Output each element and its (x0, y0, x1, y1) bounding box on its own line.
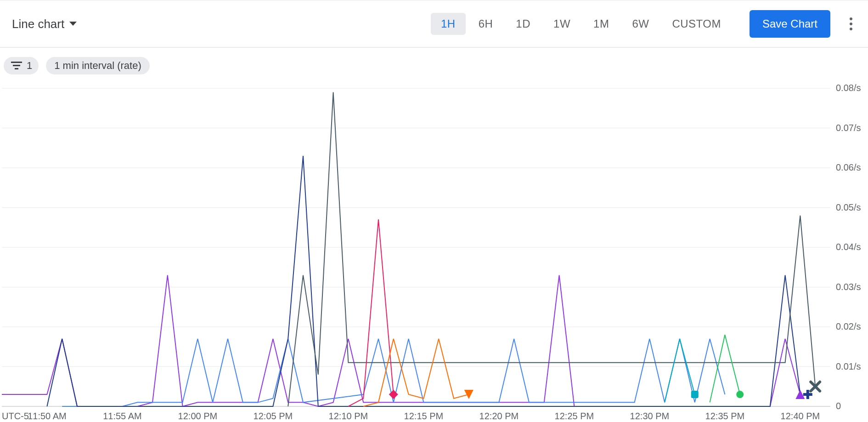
series-line-series-4[interactable] (288, 92, 815, 406)
save-chart-button[interactable]: Save Chart (750, 10, 830, 38)
x-tick-label: 11:50 AM (28, 411, 67, 421)
filter-chip[interactable]: 1 (4, 57, 39, 74)
x-tick-label: 12:35 PM (705, 411, 745, 421)
chevron-down-icon (69, 21, 77, 27)
y-tick-label: 0 (836, 401, 841, 411)
time-range-custom[interactable]: CUSTOM (662, 13, 731, 35)
interval-label: 1 min interval (rate) (54, 60, 141, 72)
line-chart[interactable]: 00.01/s0.02/s0.03/s0.04/s0.05/s0.06/s0.0… (0, 84, 868, 422)
x-tick-label: 12:10 PM (329, 411, 368, 421)
chart-toolbar: Line chart 1H6H1D1W1M6WCUSTOM Save Chart (0, 1, 868, 48)
y-tick-label: 0.06/s (836, 162, 861, 172)
y-tick-label: 0.02/s (836, 321, 861, 331)
more-options-button[interactable] (846, 14, 856, 34)
y-tick-label: 0.03/s (836, 282, 861, 292)
svg-rect-1 (13, 65, 20, 66)
y-tick-label: 0.08/s (836, 84, 861, 93)
x-tick-label: 12:25 PM (555, 411, 594, 421)
time-range-1d[interactable]: 1D (506, 13, 541, 35)
chart-area[interactable]: 00.01/s0.02/s0.03/s0.04/s0.05/s0.06/s0.0… (0, 84, 868, 422)
svg-rect-16 (806, 390, 809, 399)
x-tick-label: 12:30 PM (630, 411, 670, 421)
filter-count: 1 (27, 60, 32, 72)
x-tick-label: 12:20 PM (479, 411, 519, 421)
time-range-6h[interactable]: 6H (468, 13, 503, 35)
time-range-group: 1H6H1D1W1M6WCUSTOM (431, 13, 731, 35)
svg-rect-13 (691, 391, 699, 398)
svg-rect-2 (15, 68, 18, 69)
filter-icon (10, 61, 23, 71)
time-range-1m[interactable]: 1M (583, 13, 619, 35)
chart-type-selector[interactable]: Line chart (12, 17, 77, 31)
timezone-label: UTC-5 (2, 411, 29, 421)
x-tick-label: 12:40 PM (781, 411, 820, 421)
series-line-series-7[interactable] (665, 339, 695, 402)
interval-chip[interactable]: 1 min interval (rate) (46, 57, 150, 74)
y-tick-label: 0.01/s (836, 361, 861, 371)
svg-point-14 (736, 391, 744, 398)
time-range-6w[interactable]: 6W (622, 13, 659, 35)
x-tick-label: 12:15 PM (404, 411, 444, 421)
y-tick-label: 0.07/s (836, 123, 861, 133)
x-tick-label: 12:00 PM (178, 411, 218, 421)
svg-rect-0 (11, 62, 22, 63)
y-tick-label: 0.04/s (836, 242, 861, 252)
chip-row: 1 1 min interval (rate) (0, 48, 868, 84)
x-tick-label: 11:55 AM (103, 411, 142, 421)
chart-type-label: Line chart (12, 17, 64, 31)
series-line-series-8[interactable] (710, 335, 740, 402)
y-tick-label: 0.05/s (836, 202, 861, 212)
time-range-1h[interactable]: 1H (431, 13, 466, 35)
x-tick-label: 12:05 PM (254, 411, 293, 421)
time-range-1w[interactable]: 1W (543, 13, 581, 35)
